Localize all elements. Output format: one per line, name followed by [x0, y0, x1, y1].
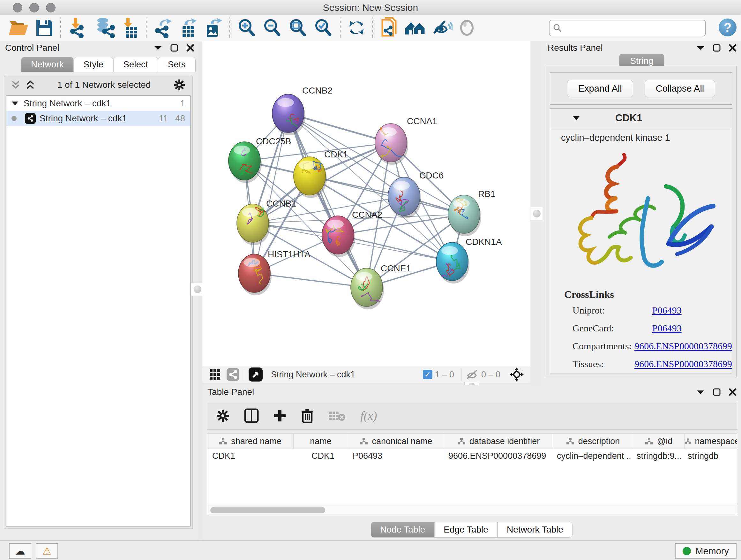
- hidden-eye-icon[interactable]: [466, 370, 479, 379]
- table-cell[interactable]: stringdb: [683, 451, 737, 461]
- delete-column-icon[interactable]: [301, 408, 314, 423]
- results-panel: Results Panel String Expand All Collapse…: [542, 41, 741, 385]
- node-table[interactable]: shared namenamecanonical namedatabase id…: [207, 434, 737, 515]
- column-header-namespace[interactable]: namespace: [684, 434, 737, 449]
- table-panel-menu-icon[interactable]: [696, 389, 704, 395]
- refresh-icon[interactable]: [347, 17, 366, 38]
- table-cell[interactable]: CDK1: [207, 451, 293, 461]
- table-cell[interactable]: stringdb:9...: [631, 451, 683, 461]
- import-network-database-icon[interactable]: [93, 17, 116, 38]
- column-header-sharedname[interactable]: shared name: [207, 434, 293, 449]
- crosslink-compartments-link[interactable]: 9606.ENSP00000378699: [634, 341, 732, 352]
- network-icon: [25, 113, 36, 124]
- crosslink-label: Compartments:: [572, 341, 634, 352]
- scrollbar-thumb[interactable]: [210, 507, 325, 513]
- control-panel-float-icon[interactable]: [171, 44, 178, 52]
- control-panel-menu-icon[interactable]: [154, 45, 162, 51]
- grid-mode-icon[interactable]: [209, 369, 221, 380]
- tab-select[interactable]: Select: [113, 57, 158, 72]
- column-header-canonicalname[interactable]: canonical name: [348, 434, 444, 449]
- glass-eye-disabled-icon[interactable]: [458, 17, 475, 38]
- table-horizontal-scrollbar[interactable]: [207, 505, 737, 515]
- collapse-all-networks-icon[interactable]: [11, 80, 20, 90]
- gene-section-header[interactable]: CDK1: [550, 109, 732, 128]
- network-label: String Network – cdk1: [40, 113, 127, 124]
- gene-collapse-icon[interactable]: [572, 116, 580, 121]
- export-table-icon[interactable]: [179, 17, 198, 38]
- toolbar-search[interactable]: [549, 20, 706, 37]
- crosslink-genecard-link[interactable]: P06493: [652, 323, 682, 334]
- collapse-all-button[interactable]: Collapse All: [645, 80, 716, 98]
- show-columns-icon[interactable]: [244, 408, 259, 423]
- network-options-gear-icon[interactable]: [173, 79, 185, 91]
- string-file-icon[interactable]: [380, 17, 398, 38]
- control-panel-close-icon[interactable]: [186, 44, 194, 52]
- crosslink-tissues-link[interactable]: 9606.ENSP00000378699: [634, 359, 732, 369]
- node-label: CDKN1A: [466, 237, 502, 247]
- string-network-graph[interactable]: CCNB2CCNA1CDC25BCDK1CDC6RB1CCNB1CCNA2CDK…: [202, 41, 530, 366]
- column-header-label: @id: [657, 436, 672, 446]
- column-header-databaseidentifier[interactable]: database identifier: [444, 434, 553, 449]
- export-image-icon[interactable]: [204, 17, 223, 38]
- pan-crosshair-icon[interactable]: [509, 367, 524, 382]
- cloud-button[interactable]: ☁: [9, 543, 31, 559]
- birdseye-toggle-icon[interactable]: [249, 368, 263, 381]
- column-header-name[interactable]: name: [293, 434, 348, 449]
- network-edge-count: 48: [175, 113, 185, 124]
- selected-checkbox-icon[interactable]: ✓: [423, 370, 432, 379]
- add-column-icon[interactable]: [273, 409, 286, 422]
- save-session-icon[interactable]: [35, 17, 54, 38]
- warnings-button[interactable]: ⚠: [36, 543, 58, 559]
- results-panel-close-icon[interactable]: [729, 44, 737, 52]
- crosslinks-heading: CrossLinks: [564, 289, 732, 300]
- search-input[interactable]: [565, 21, 705, 35]
- column-header-id[interactable]: @id: [633, 434, 684, 449]
- network-view-icon[interactable]: [226, 368, 239, 381]
- import-network-file-icon[interactable]: [68, 17, 87, 38]
- status-bar: ☁ ⚠ Memory: [0, 540, 741, 560]
- table-cell[interactable]: CDK1: [293, 451, 347, 461]
- control-panel-title: Control Panel: [5, 43, 59, 53]
- tab-network[interactable]: Network: [21, 57, 74, 72]
- zoom-out-icon[interactable]: [262, 17, 282, 38]
- tab-style[interactable]: Style: [74, 57, 113, 72]
- zoom-selected-icon[interactable]: [313, 17, 333, 38]
- network-row[interactable]: String Network – cdk1 11 48: [6, 111, 190, 126]
- results-panel-title: Results Panel: [548, 43, 603, 53]
- table-row[interactable]: CDK1CDK1P064939606.ENSP00000378699cyclin…: [207, 449, 737, 463]
- results-panel-float-icon[interactable]: [713, 44, 721, 52]
- expand-all-networks-icon[interactable]: [26, 80, 35, 90]
- tab-sets[interactable]: Sets: [158, 57, 196, 72]
- table-panel-float-icon[interactable]: [713, 388, 721, 396]
- crosslink-label: Tissues:: [572, 359, 634, 369]
- right-splitter-handle[interactable]: [530, 207, 543, 220]
- tab-edge-table[interactable]: Edge Table: [434, 522, 497, 538]
- tab-network-table[interactable]: Network Table: [497, 522, 572, 538]
- crosslink-uniprot-link[interactable]: P06493: [652, 305, 682, 316]
- table-settings-gear-icon[interactable]: [216, 409, 229, 422]
- table-cell[interactable]: cyclin–dependent ...: [552, 451, 631, 461]
- node-label: CCNB1: [266, 199, 296, 208]
- table-cell[interactable]: P06493: [347, 451, 443, 461]
- zoom-in-icon[interactable]: [237, 17, 257, 38]
- import-table-icon[interactable]: [121, 17, 139, 38]
- node-label: CCNB2: [302, 85, 333, 96]
- zoom-fit-icon[interactable]: [288, 17, 308, 38]
- column-header-description[interactable]: description: [553, 434, 633, 449]
- table-cell[interactable]: 9606.ENSP00000378699: [443, 451, 552, 461]
- results-panel-menu-icon[interactable]: [696, 45, 704, 51]
- expand-all-button[interactable]: Expand All: [567, 80, 633, 98]
- collection-expand-icon[interactable]: [11, 101, 18, 106]
- network-canvas[interactable]: CCNB2CCNA1CDC25BCDK1CDC6RB1CCNB1CCNA2CDK…: [202, 41, 531, 366]
- network-view-toolbar: String Network – cdk1 ✓ 1 – 0 0 – 0: [202, 366, 530, 383]
- help-icon[interactable]: ?: [719, 18, 737, 37]
- table-panel-close-icon[interactable]: [729, 388, 737, 396]
- export-network-icon[interactable]: [153, 17, 173, 38]
- delete-table-icon-disabled: [328, 410, 346, 422]
- memory-button[interactable]: Memory: [675, 543, 737, 559]
- open-session-icon[interactable]: [8, 17, 29, 38]
- network-collection-row[interactable]: String Network – cdk1 1: [6, 96, 190, 111]
- hide-glass-eye-icon[interactable]: [432, 17, 453, 38]
- tab-node-table[interactable]: Node Table: [371, 522, 434, 538]
- string-home-icon[interactable]: [404, 17, 426, 38]
